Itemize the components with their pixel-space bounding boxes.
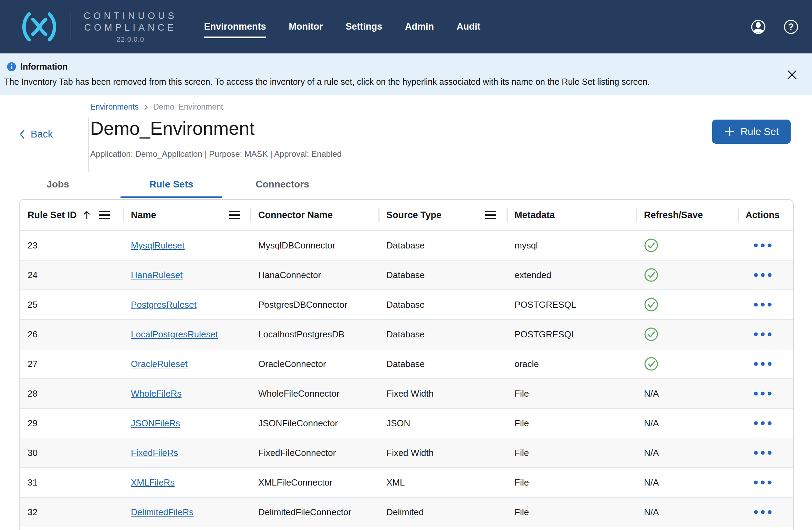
cell-actions xyxy=(738,391,793,396)
main-content: Environments Demo_Environment Back Demo_… xyxy=(0,95,812,530)
brand-divider xyxy=(71,12,71,42)
cell-rule-set-id: 26 xyxy=(20,329,123,340)
back-button[interactable]: Back xyxy=(19,129,53,140)
tab-jobs[interactable]: Jobs xyxy=(31,173,85,198)
cell-actions xyxy=(738,332,793,337)
add-rule-set-button[interactable]: Rule Set xyxy=(712,120,791,144)
cell-name: DelimitedFileRs xyxy=(123,507,250,518)
cell-actions xyxy=(738,480,793,485)
cell-connector-name: LocalhostPostgresDB xyxy=(250,329,378,340)
column-menu-icon[interactable] xyxy=(98,210,111,220)
cell-name: WholeFileRs xyxy=(123,388,250,399)
cell-metadata: extended xyxy=(507,270,636,281)
actions-menu-icon[interactable] xyxy=(753,332,773,337)
rule-set-link[interactable]: DelimitedFileRs xyxy=(131,507,194,518)
nav-item-audit[interactable]: Audit xyxy=(457,15,480,38)
column-label: Actions xyxy=(746,210,780,221)
cell-metadata: File xyxy=(507,448,636,458)
cell-source-type: Delimited xyxy=(378,507,507,518)
product-version: 22.0.0.0 xyxy=(84,35,177,43)
tab-connectors[interactable]: Connectors xyxy=(250,173,315,198)
column-header-connector-name: Connector Name xyxy=(250,200,378,230)
column-menu-icon[interactable] xyxy=(228,210,241,220)
banner-message: The Inventory Tab has been removed from … xyxy=(4,77,650,87)
cell-actions xyxy=(738,510,793,514)
rule-set-link[interactable]: WholeFileRs xyxy=(131,388,181,399)
cell-name: HanaRuleset xyxy=(123,270,250,281)
rule-set-link[interactable]: OracleRuleset xyxy=(131,359,188,369)
column-label: Metadata xyxy=(514,210,555,221)
actions-menu-icon[interactable] xyxy=(753,391,773,396)
delphix-logo-icon xyxy=(19,12,60,42)
cell-rule-set-id: 28 xyxy=(20,388,123,399)
nav-item-environments[interactable]: Environments xyxy=(204,15,266,38)
cell-refresh-save: N/A xyxy=(636,507,738,518)
cell-rule-set-id: 29 xyxy=(20,418,123,429)
table-row: 27OracleRulesetOracleConnectorDatabaseor… xyxy=(20,349,793,378)
cell-metadata: File xyxy=(507,388,636,399)
column-header-actions: Actions xyxy=(738,200,793,230)
cell-source-type: Database xyxy=(378,329,507,340)
actions-menu-icon[interactable] xyxy=(753,421,773,426)
cell-source-type: Fixed Width xyxy=(378,448,507,458)
rule-set-link[interactable]: XMLFileRs xyxy=(131,477,175,488)
cell-source-type: Database xyxy=(378,270,507,281)
nav-item-monitor[interactable]: Monitor xyxy=(289,15,323,38)
actions-menu-icon[interactable] xyxy=(753,243,773,248)
rule-set-link[interactable]: PostgresRuleset xyxy=(131,299,197,310)
column-label: Refresh/Save xyxy=(644,210,703,221)
chevron-left-icon xyxy=(19,129,25,140)
column-divider xyxy=(123,208,124,222)
column-label: Name xyxy=(131,210,156,221)
app-logo[interactable] xyxy=(19,12,60,42)
rule-set-link[interactable]: JSONFileRs xyxy=(131,418,180,429)
actions-menu-icon[interactable] xyxy=(753,510,773,514)
tab-rule-sets[interactable]: Rule Sets xyxy=(121,173,222,198)
column-divider xyxy=(507,208,508,222)
cell-connector-name: DelimitedFileConnector xyxy=(250,507,378,518)
cell-rule-set-id: 27 xyxy=(20,359,123,369)
cell-actions xyxy=(738,450,793,455)
cell-refresh-save xyxy=(636,297,738,312)
cell-name: FixedFileRs xyxy=(123,448,250,458)
cell-actions xyxy=(738,243,793,248)
help-icon[interactable]: ? xyxy=(783,19,799,34)
nav-item-admin[interactable]: Admin xyxy=(405,15,434,38)
rule-set-link[interactable]: FixedFileRs xyxy=(131,448,178,458)
actions-menu-icon[interactable] xyxy=(753,450,773,455)
column-header-name: Name xyxy=(123,200,250,230)
cell-actions xyxy=(738,302,793,307)
column-label: Connector Name xyxy=(258,210,333,221)
sort-ascending-icon[interactable] xyxy=(83,210,91,220)
actions-menu-icon[interactable] xyxy=(753,302,773,307)
rule-set-link[interactable]: MysqlRuleset xyxy=(131,240,185,251)
actions-menu-icon[interactable] xyxy=(753,480,773,485)
cell-rule-set-id: 32 xyxy=(20,507,123,518)
cell-rule-set-id: 31 xyxy=(20,477,123,488)
rule-set-link[interactable]: LocalPostgresRuleset xyxy=(131,329,218,340)
cell-rule-set-id: 23 xyxy=(20,240,123,251)
user-profile-icon[interactable] xyxy=(751,19,766,34)
table-row: 31XMLFileRsXMLFileConnectorXMLFileN/A xyxy=(20,467,793,497)
column-divider xyxy=(378,208,379,222)
table-row: 23MysqlRulesetMysqlDBConnectorDatabasemy… xyxy=(20,230,793,260)
column-menu-icon[interactable] xyxy=(485,210,497,220)
actions-menu-icon[interactable] xyxy=(753,273,773,277)
rule-sets-table: Rule Set IDNameConnector NameSource Type… xyxy=(19,199,794,530)
page-subtitle: Application: Demo_Application | Purpose:… xyxy=(90,149,342,159)
cell-connector-name: XMLFileConnector xyxy=(250,477,378,488)
chevron-right-icon xyxy=(144,104,148,111)
title-divider xyxy=(88,118,89,172)
table-row: 25PostgresRulesetPostgresDBConnectorData… xyxy=(20,289,793,319)
nav-item-settings[interactable]: Settings xyxy=(346,15,383,38)
cell-rule-set-id: 24 xyxy=(20,270,123,281)
table-row: 24HanaRulesetHanaConnectorDatabaseextend… xyxy=(20,260,793,289)
cell-actions xyxy=(738,421,793,426)
actions-menu-icon[interactable] xyxy=(753,361,773,366)
refresh-success-icon xyxy=(644,327,658,342)
rule-set-link[interactable]: HanaRuleset xyxy=(131,270,183,281)
close-icon[interactable] xyxy=(786,69,798,81)
svg-text:?: ? xyxy=(788,22,794,32)
breadcrumb-environments-link[interactable]: Environments xyxy=(90,102,139,112)
refresh-success-icon xyxy=(644,297,658,312)
